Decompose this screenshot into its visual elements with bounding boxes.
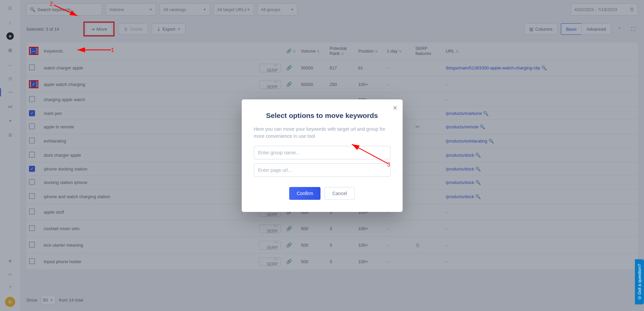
- help-tab-text: ⊙: [637, 294, 642, 300]
- confirm-button[interactable]: Confirm: [289, 187, 320, 200]
- cancel-button[interactable]: Cancel: [325, 187, 355, 200]
- help-tab-label: Got a question?: [637, 264, 642, 295]
- move-keywords-modal: × Select options to move keywords Here y…: [242, 99, 403, 212]
- page-url-input[interactable]: [254, 163, 391, 177]
- help-tab[interactable]: ⊙ Got a question?: [635, 259, 644, 304]
- modal-overlay[interactable]: × Select options to move keywords Here y…: [0, 0, 644, 311]
- modal-title: Select options to move keywords: [254, 112, 391, 120]
- modal-description: Here you can move your keywords with tar…: [254, 126, 391, 140]
- group-name-input[interactable]: [254, 146, 391, 159]
- close-icon[interactable]: ×: [393, 104, 397, 112]
